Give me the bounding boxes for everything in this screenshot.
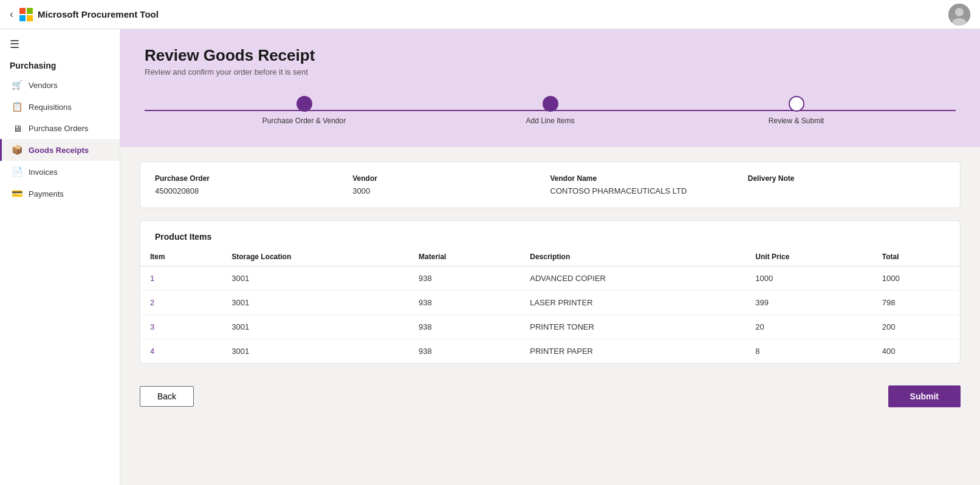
table-row: 2 3001 938 LASER PRINTER 399 798 [140, 291, 960, 315]
page-subtitle: Review and confirm your order before it … [145, 67, 956, 76]
vendor-label: Vendor [352, 174, 550, 183]
stepper-label-1: Purchase Order & Vendor [262, 117, 346, 125]
sidebar-item-label-invoices: Invoices [29, 168, 58, 177]
content-area: Purchase Order 4500020808 Vendor 3000 Ve… [120, 147, 980, 485]
order-info-vendor: Vendor 3000 [352, 174, 550, 195]
product-items-table: Item Storage Location Material Descripti… [140, 248, 960, 363]
cell-unit-price: 20 [745, 315, 872, 339]
cell-material: 938 [409, 291, 520, 315]
sidebar-item-label-goods-receipts: Goods Receipts [29, 146, 89, 155]
cell-unit-price: 1000 [745, 266, 872, 291]
cell-description: PRINTER TONER [520, 315, 745, 339]
order-info-vendor-name: Vendor Name CONTOSO PHARMACEUTICALS LTD [550, 174, 748, 195]
back-button[interactable]: Back [140, 386, 194, 407]
cell-material: 938 [409, 339, 520, 364]
cell-storage: 3001 [222, 339, 409, 364]
col-header-description: Description [520, 248, 745, 266]
layout: ☰ Purchasing 🛒 Vendors 📋 Requisitions 🖥 … [0, 29, 980, 485]
cell-total: 798 [872, 291, 960, 315]
order-info-row: Purchase Order 4500020808 Vendor 3000 Ve… [140, 162, 960, 208]
page-title: Review Goods Receipt [145, 46, 956, 65]
sidebar-item-label-payments: Payments [29, 189, 64, 198]
sidebar-item-invoices[interactable]: 📄 Invoices [0, 161, 120, 183]
sidebar-item-label-vendors: Vendors [29, 81, 58, 90]
ms-logo [19, 8, 33, 21]
order-info-delivery-note: Delivery Note [748, 174, 945, 195]
stepper-circle-1 [296, 96, 312, 112]
table-row: 4 3001 938 PRINTER PAPER 8 400 [140, 339, 960, 364]
payments-icon: 💳 [12, 188, 22, 199]
hamburger-icon[interactable]: ☰ [0, 29, 120, 55]
requisitions-icon: 📋 [12, 101, 22, 112]
order-info-card: Purchase Order 4500020808 Vendor 3000 Ve… [140, 161, 961, 208]
vendors-icon: 🛒 [12, 80, 22, 90]
cell-total: 1000 [872, 266, 960, 291]
sidebar-item-purchase-orders[interactable]: 🖥 Purchase Orders [0, 118, 120, 139]
col-header-item: Item [140, 248, 222, 266]
cell-unit-price: 399 [745, 291, 872, 315]
cell-item: 2 [140, 291, 222, 315]
submit-button[interactable]: Submit [888, 385, 961, 407]
cell-total: 200 [872, 315, 960, 339]
cell-material: 938 [409, 315, 520, 339]
form-footer: Back Submit [140, 376, 961, 412]
sidebar-item-goods-receipts[interactable]: 📦 Goods Receipts [0, 139, 120, 161]
vendor-name-label: Vendor Name [550, 174, 748, 183]
stepper-circle-2 [543, 96, 558, 112]
hero-banner: Review Goods Receipt Review and confirm … [120, 29, 980, 147]
avatar[interactable] [948, 4, 970, 25]
cell-description: ADVANCED COPIER [520, 266, 745, 291]
cell-material: 938 [409, 266, 520, 291]
product-items-card: Product Items Item Storage Location Mate… [140, 220, 961, 364]
cell-description: LASER PRINTER [520, 291, 745, 315]
sidebar: ☰ Purchasing 🛒 Vendors 📋 Requisitions 🖥 … [0, 29, 120, 485]
cell-storage: 3001 [222, 315, 409, 339]
sidebar-item-label-requisitions: Requisitions [29, 103, 72, 112]
vendor-value: 3000 [352, 186, 550, 195]
cell-item: 3 [140, 315, 222, 339]
purchase-orders-icon: 🖥 [12, 123, 22, 134]
main-content: Review Goods Receipt Review and confirm … [120, 29, 980, 485]
sidebar-item-payments[interactable]: 💳 Payments [0, 183, 120, 205]
stepper-step-2: Add Line Items [427, 96, 673, 125]
po-label: Purchase Order [155, 174, 352, 183]
svg-point-1 [955, 8, 964, 16]
col-header-material: Material [409, 248, 520, 266]
cell-unit-price: 8 [745, 339, 872, 364]
table-row: 3 3001 938 PRINTER TONER 20 200 [140, 315, 960, 339]
table-row: 1 3001 938 ADVANCED COPIER 1000 1000 [140, 266, 960, 291]
stepper-label-2: Add Line Items [526, 117, 574, 125]
sidebar-item-requisitions[interactable]: 📋 Requisitions [0, 96, 120, 118]
col-header-storage: Storage Location [222, 248, 409, 266]
stepper: Purchase Order & Vendor Add Line Items R… [145, 96, 956, 125]
cell-item: 1 [140, 266, 222, 291]
back-nav-icon[interactable]: ‹ [10, 8, 13, 21]
col-header-total: Total [872, 248, 960, 266]
order-info-po: Purchase Order 4500020808 [155, 174, 352, 195]
invoices-icon: 📄 [12, 166, 22, 177]
delivery-note-label: Delivery Note [748, 174, 945, 183]
sidebar-section-label: Purchasing [0, 55, 120, 74]
cell-description: PRINTER PAPER [520, 339, 745, 364]
goods-receipts-icon: 📦 [12, 144, 22, 155]
stepper-step-1: Purchase Order & Vendor [181, 96, 427, 125]
vendor-name-value: CONTOSO PHARMACEUTICALS LTD [550, 186, 748, 195]
table-header-row: Item Storage Location Material Descripti… [140, 248, 960, 266]
cell-total: 400 [872, 339, 960, 364]
cell-storage: 3001 [222, 266, 409, 291]
po-value: 4500020808 [155, 186, 352, 195]
sidebar-item-label-purchase-orders: Purchase Orders [29, 124, 88, 133]
app-title: Microsoft Procurement Tool [38, 9, 159, 19]
stepper-step-3: Review & Submit [673, 96, 919, 125]
cell-storage: 3001 [222, 291, 409, 315]
stepper-circle-3 [789, 96, 804, 112]
stepper-label-3: Review & Submit [769, 117, 824, 125]
cell-item: 4 [140, 339, 222, 364]
product-items-title: Product Items [140, 221, 960, 248]
sidebar-item-vendors[interactable]: 🛒 Vendors [0, 74, 120, 96]
col-header-unit-price: Unit Price [745, 248, 872, 266]
topbar: ‹ Microsoft Procurement Tool [0, 0, 980, 29]
